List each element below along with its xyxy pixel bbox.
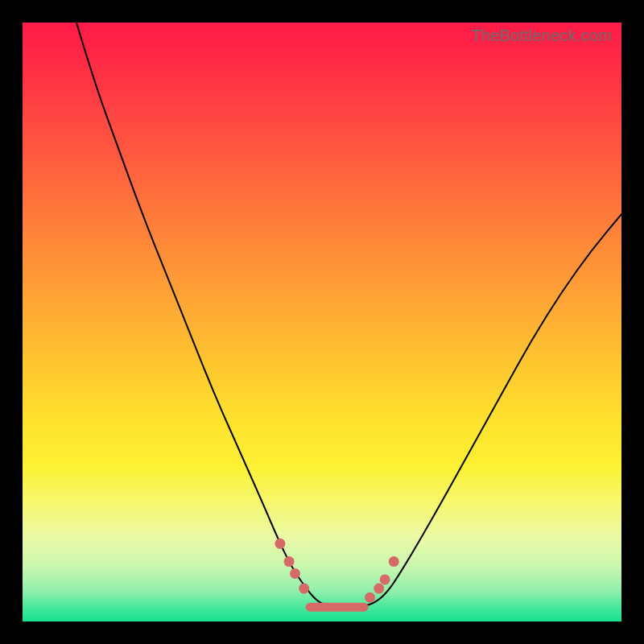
highlight-marker [365, 592, 375, 603]
highlight-marker [380, 574, 390, 584]
highlight-marker [374, 584, 384, 594]
plot-area: TheBottleneck.com [23, 23, 621, 621]
highlight-marker [290, 568, 300, 579]
highlight-marker [299, 584, 309, 594]
highlight-marker [275, 539, 285, 549]
highlight-markers [275, 539, 398, 603]
chart-frame: TheBottleneck.com [0, 0, 644, 644]
highlight-marker [389, 556, 399, 567]
highlight-marker [284, 556, 295, 567]
bottleneck-curve [76, 23, 621, 608]
curve-layer [23, 23, 621, 621]
